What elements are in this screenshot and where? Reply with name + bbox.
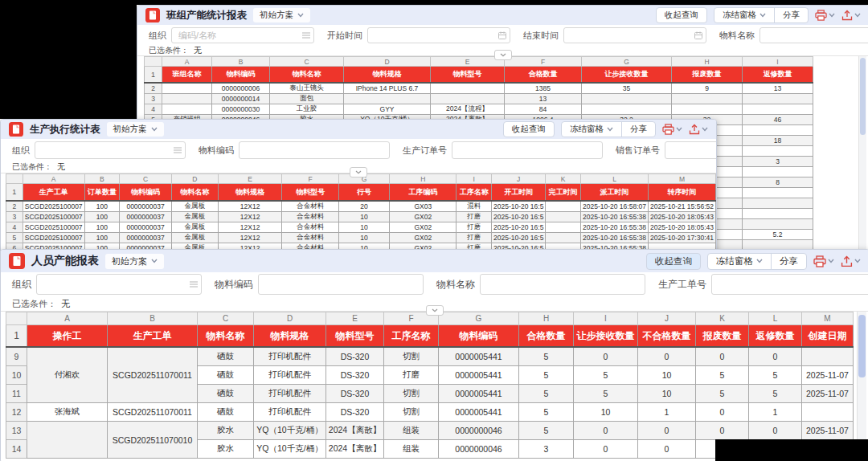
table-cell[interactable]: 0: [696, 403, 749, 422]
table-cell[interactable]: [162, 104, 212, 115]
list-icon[interactable]: [174, 147, 182, 153]
table-cell[interactable]: 18: [743, 136, 813, 146]
table-cell[interactable]: 切割: [384, 385, 439, 403]
freeze-pane-button[interactable]: 冻结窗格: [562, 122, 621, 137]
table-cell[interactable]: 0: [574, 347, 638, 366]
table-cell[interactable]: 2025-10-20 16:55:38: [581, 233, 649, 243]
share-button[interactable]: 分享: [621, 122, 655, 137]
column-letter[interactable]: C: [120, 174, 172, 184]
table-cell[interactable]: GX02: [390, 222, 457, 233]
column-header[interactable]: 物料型号: [326, 325, 384, 348]
table-cell[interactable]: 13: [743, 83, 813, 94]
row-number[interactable]: 1: [6, 184, 23, 202]
column-letter[interactable]: B: [212, 57, 270, 67]
table-cell[interactable]: 2025-10-20 16:5: [491, 201, 545, 212]
table-cell[interactable]: 0000000014: [212, 94, 270, 104]
share-button[interactable]: 分享: [771, 254, 806, 269]
table-cell[interactable]: 5: [749, 385, 802, 403]
table-cell[interactable]: 胶水: [198, 440, 254, 459]
column-letter[interactable]: H: [519, 312, 574, 325]
column-letter[interactable]: C: [270, 57, 344, 67]
column-header[interactable]: 操作工: [27, 325, 108, 348]
column-header[interactable]: 让步接收数量: [582, 67, 672, 84]
table-cell[interactable]: 打磨: [457, 212, 492, 222]
table-cell[interactable]: [546, 222, 581, 233]
collapse-query-button[interactable]: 收起查询: [656, 7, 707, 23]
list-icon[interactable]: [190, 281, 198, 288]
calendar-icon[interactable]: [498, 31, 506, 39]
table-cell[interactable]: SCGD2025100007: [23, 201, 84, 212]
column-header[interactable]: 物料名称: [171, 184, 218, 202]
row-number[interactable]: 11: [6, 385, 27, 403]
table-cell[interactable]: 12X12: [218, 233, 282, 243]
column-letter[interactable]: F: [282, 174, 339, 184]
table-cell[interactable]: 46: [743, 115, 813, 125]
table-cell[interactable]: [344, 94, 431, 104]
table-cell[interactable]: 合金材料: [282, 212, 339, 222]
table-cell[interactable]: 混料: [457, 201, 492, 212]
column-letter[interactable]: I: [743, 57, 813, 67]
print-button[interactable]: [815, 10, 835, 21]
column-header[interactable]: 报废数量: [696, 325, 749, 348]
row-number[interactable]: 4: [145, 104, 162, 115]
column-header[interactable]: 合格数量: [519, 325, 574, 348]
table-cell[interactable]: 2025-10-20 16:5: [491, 222, 545, 233]
table-cell[interactable]: 20: [338, 201, 389, 212]
table-cell[interactable]: 组装: [384, 422, 439, 440]
table-cell[interactable]: 5: [574, 385, 638, 403]
table-cell[interactable]: [582, 104, 672, 115]
material-name-input[interactable]: [480, 274, 645, 295]
column-letter[interactable]: I: [457, 174, 492, 184]
table-cell[interactable]: 100: [84, 212, 120, 222]
list-icon[interactable]: [302, 32, 310, 39]
vertical-scrollbar[interactable]: [858, 56, 866, 250]
table-cell[interactable]: [27, 422, 108, 459]
column-header[interactable]: 订单数量: [84, 184, 120, 202]
table-cell[interactable]: [672, 104, 743, 115]
table-cell[interactable]: 10: [638, 366, 696, 385]
column-header[interactable]: 工序编码: [390, 184, 457, 202]
table-cell[interactable]: [431, 83, 505, 94]
table-cell[interactable]: YQ（10千克/桶）: [254, 422, 326, 440]
column-letter[interactable]: L: [749, 312, 802, 325]
table-cell[interactable]: DS-320: [326, 403, 384, 422]
collapse-query-button[interactable]: 收起查询: [646, 253, 701, 270]
table-cell[interactable]: GX02: [390, 233, 457, 243]
column-header[interactable]: 工序名称: [384, 325, 439, 348]
table-cell[interactable]: SCGD202511070011: [108, 347, 198, 403]
table-cell[interactable]: 0000000037: [120, 201, 172, 212]
table-cell[interactable]: [743, 94, 813, 104]
table-cell[interactable]: [743, 209, 813, 219]
calendar-icon[interactable]: [694, 31, 702, 39]
table-cell[interactable]: 0: [638, 440, 696, 459]
freeze-pane-button[interactable]: 冻结窗格: [714, 8, 774, 22]
table-cell[interactable]: SCGD2025100007: [23, 222, 84, 233]
table-cell[interactable]: 2025-11-07: [802, 366, 854, 385]
column-letter[interactable]: G: [582, 57, 672, 67]
table-cell[interactable]: 切割: [384, 403, 439, 422]
table-cell[interactable]: 5: [519, 347, 574, 366]
table-cell[interactable]: SCGD2025100007: [23, 233, 84, 243]
table-cell[interactable]: 1: [638, 403, 696, 422]
table-cell[interactable]: 12X12: [218, 201, 282, 212]
column-header[interactable]: 物料编码: [120, 184, 172, 202]
scrollbar-thumb[interactable]: [860, 58, 866, 135]
table-cell[interactable]: 付湘欢: [27, 347, 108, 403]
table-cell[interactable]: 0000005441: [439, 347, 519, 366]
row-number[interactable]: 3: [6, 212, 23, 222]
print-button[interactable]: [662, 124, 682, 135]
table-cell[interactable]: 2025-10-21 15:56:52: [648, 201, 715, 212]
table-cell[interactable]: 0000000037: [120, 222, 172, 233]
table-cell[interactable]: 35: [582, 83, 672, 94]
table-cell[interactable]: 10: [574, 403, 638, 422]
table-cell[interactable]: 胶水: [198, 422, 254, 440]
table-cell[interactable]: 0000000006: [212, 83, 270, 94]
table-cell[interactable]: 5: [519, 366, 574, 385]
table-cell[interactable]: YQ（10千克/桶）: [254, 440, 326, 459]
column-letter[interactable]: M: [648, 174, 715, 184]
collapse-panel-toggle[interactable]: [426, 305, 444, 316]
column-letter[interactable]: A: [23, 174, 84, 184]
table-cell[interactable]: 硒鼓: [198, 366, 254, 385]
export-button[interactable]: [841, 255, 861, 267]
table-cell[interactable]: 0: [574, 422, 638, 440]
